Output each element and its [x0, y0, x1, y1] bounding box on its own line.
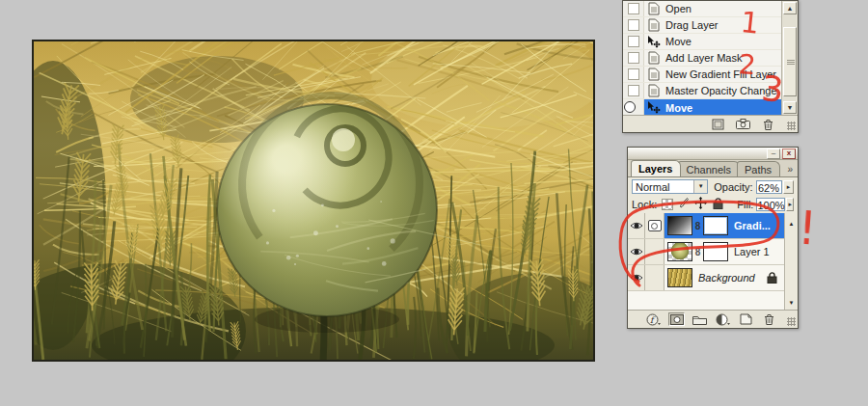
history-item-move-selected[interactable]: Move [623, 99, 781, 116]
lock-all-icon[interactable] [713, 198, 723, 211]
visibility-toggle[interactable] [628, 265, 645, 290]
history-item-label: New Gradient Fill Layer [664, 68, 776, 80]
history-source-checkbox[interactable] [623, 67, 644, 82]
panel-tab-strip: Layers Channels Paths » [628, 160, 798, 177]
opacity-label: Opacity: [714, 181, 752, 193]
history-brush-source-icon[interactable] [624, 101, 636, 113]
history-state-icon [644, 2, 664, 15]
gradient-fill-thumbnail[interactable] [667, 216, 692, 235]
history-state-icon [644, 84, 664, 97]
history-item-open[interactable]: Open [623, 1, 781, 17]
history-item-add-layer-mask[interactable]: Add Layer Mask [623, 50, 781, 67]
lock-transparency-icon[interactable] [662, 199, 673, 210]
minimize-button[interactable]: – [767, 149, 780, 159]
history-source-checkbox[interactable] [623, 34, 644, 49]
history-state-icon [644, 68, 664, 81]
move-tool-icon [644, 36, 664, 48]
layer-style-button[interactable]: f [645, 312, 662, 326]
new-layer-button[interactable] [738, 312, 754, 326]
badge-cell-empty [645, 239, 665, 264]
scroll-down-icon: ▼ [787, 104, 794, 111]
new-group-button[interactable] [692, 312, 708, 326]
fill-label: Fill: [737, 199, 753, 210]
layers-list-scroll[interactable]: ▲ ▼ [785, 213, 798, 311]
annotation-exclamation: ! [797, 200, 819, 255]
history-item-label: Move [664, 36, 692, 47]
history-item-label: Add Layer Mask [664, 52, 742, 64]
panel-resize-grip[interactable] [787, 317, 796, 326]
scroll-up-button[interactable]: ▲ [783, 2, 797, 14]
blend-mode-select[interactable]: Normal ▼ [632, 179, 708, 194]
document-window[interactable] [32, 40, 595, 362]
history-source-checkbox[interactable] [623, 83, 644, 98]
history-item-move[interactable]: Move [623, 34, 781, 50]
history-source-checkbox[interactable] [623, 1, 644, 16]
history-panel: Open Drag Layer Move Add Layer Mask [622, 0, 799, 133]
layer-name[interactable]: Gradi... [734, 220, 771, 231]
layer-row-layer1[interactable]: 8 Layer 1 [628, 239, 784, 265]
panel-menu-button[interactable]: » [787, 164, 798, 176]
history-scrollbar[interactable]: ▲ ▼ [782, 1, 798, 116]
tab-paths[interactable]: Paths [737, 161, 780, 176]
blend-mode-value: Normal [633, 181, 693, 193]
panel-resize-grip[interactable] [787, 122, 796, 130]
history-source-checkbox[interactable] [623, 50, 644, 66]
history-item-drag-layer[interactable]: Drag Layer [623, 17, 781, 34]
move-tool-icon [644, 101, 664, 114]
eye-icon [630, 221, 643, 230]
layer-mask-edit-badge [645, 213, 665, 238]
visibility-toggle[interactable] [628, 213, 645, 238]
layer-name[interactable]: Layer 1 [734, 246, 770, 257]
tab-layers[interactable]: Layers [631, 160, 681, 176]
opacity-slider-button[interactable]: ▸ [783, 180, 794, 194]
history-source-checkbox[interactable] [623, 17, 644, 33]
history-footer-bar [623, 115, 798, 132]
mask-link-icon[interactable]: 8 [693, 247, 702, 257]
history-item-label: Move [664, 102, 692, 114]
lock-label: Lock: [632, 199, 657, 210]
close-button[interactable]: x [782, 149, 796, 159]
layer-row-background[interactable]: Background [628, 265, 784, 291]
background-thumbnail[interactable] [667, 268, 692, 287]
history-item-new-gradient-fill-layer[interactable]: New Gradient Fill Layer [623, 67, 781, 83]
fill-input[interactable]: 100% [756, 198, 785, 211]
adjustment-layer-button[interactable] [715, 312, 731, 326]
history-state-icon [644, 51, 664, 65]
new-snapshot-button[interactable] [735, 118, 751, 131]
eye-icon [630, 247, 643, 257]
mask-mode-icon [648, 220, 662, 231]
layer-mask-thumbnail[interactable] [703, 216, 728, 235]
badge-cell-empty [645, 265, 665, 290]
eye-icon [630, 273, 643, 283]
scroll-down-button[interactable]: ▼ [783, 101, 797, 114]
scrollbar-thumb[interactable] [783, 27, 797, 96]
mask-link-icon[interactable]: 8 [693, 221, 702, 231]
add-layer-mask-button[interactable] [668, 312, 685, 326]
layers-list: 8 Gradi... 8 Layer 1 [628, 213, 798, 311]
scroll-up-icon[interactable]: ▲ [787, 221, 796, 227]
layer-mask-thumbnail[interactable] [703, 242, 728, 261]
scroll-down-icon[interactable]: ▼ [787, 300, 796, 306]
delete-history-button[interactable] [760, 118, 776, 131]
history-item-master-opacity-change[interactable]: Master Opacity Change [623, 83, 781, 99]
visibility-toggle[interactable] [628, 239, 645, 264]
tab-channels[interactable]: Channels [678, 161, 739, 176]
history-state-list: Open Drag Layer Move Add Layer Mask [623, 1, 782, 116]
layers-options: Normal ▼ Opacity: 62% ▸ Lock: Fill: [628, 177, 798, 213]
lock-position-icon[interactable] [694, 197, 707, 211]
history-item-label: Master Opacity Change [664, 85, 777, 96]
snail-on-barley-photo[interactable] [34, 41, 593, 360]
delete-layer-button[interactable] [761, 312, 777, 326]
opacity-input[interactable]: 62% [756, 180, 782, 194]
layers-footer-bar: f [628, 310, 798, 328]
scroll-up-icon: ▲ [787, 5, 794, 12]
lock-pixels-brush-icon[interactable] [679, 198, 689, 211]
layer1-thumbnail[interactable] [667, 242, 692, 261]
layer-row-gradient[interactable]: 8 Gradi... [628, 213, 784, 239]
chevron-down-icon[interactable]: ▼ [693, 180, 707, 193]
layers-panel-titlebar[interactable]: – x [628, 148, 798, 160]
layer-name[interactable]: Background [698, 272, 755, 284]
history-state-icon [644, 18, 664, 32]
fill-slider-button[interactable]: ▸ [786, 198, 794, 211]
new-document-from-state-button[interactable] [710, 118, 726, 131]
